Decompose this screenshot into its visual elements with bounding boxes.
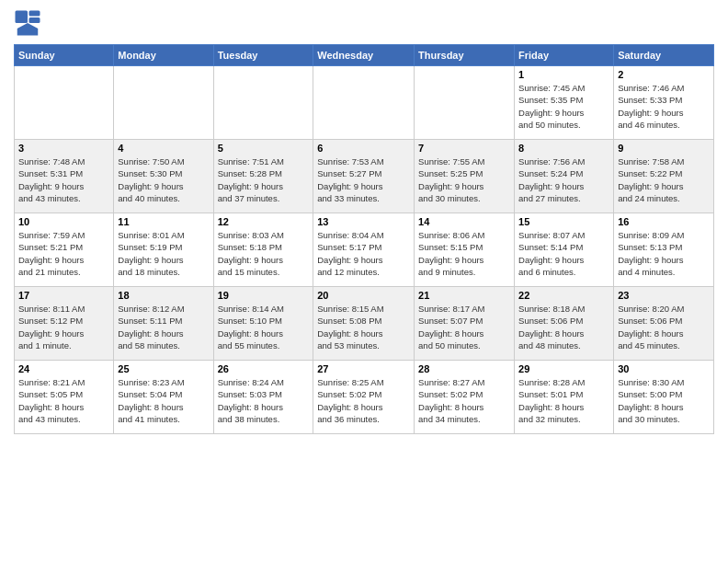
day-number: 5 xyxy=(218,143,310,154)
day-info: Sunrise: 7:55 AM Sunset: 5:25 PM Dayligh… xyxy=(418,155,510,204)
day-info: Sunrise: 7:50 AM Sunset: 5:30 PM Dayligh… xyxy=(118,155,209,204)
day-info: Sunrise: 8:04 AM Sunset: 5:17 PM Dayligh… xyxy=(317,229,410,278)
day-number: 23 xyxy=(618,290,710,301)
day-number: 1 xyxy=(518,69,609,80)
calendar-cell: 8Sunrise: 7:56 AM Sunset: 5:24 PM Daylig… xyxy=(515,140,614,213)
calendar-cell: 13Sunrise: 8:04 AM Sunset: 5:17 PM Dayli… xyxy=(313,213,415,287)
calendar-cell: 14Sunrise: 8:06 AM Sunset: 5:15 PM Dayli… xyxy=(415,213,515,287)
day-info: Sunrise: 7:46 AM Sunset: 5:33 PM Dayligh… xyxy=(618,82,710,131)
day-info: Sunrise: 8:03 AM Sunset: 5:18 PM Dayligh… xyxy=(218,229,310,278)
calendar-cell: 27Sunrise: 8:25 AM Sunset: 5:02 PM Dayli… xyxy=(313,361,415,434)
day-info: Sunrise: 8:17 AM Sunset: 5:07 PM Dayligh… xyxy=(418,303,510,351)
day-info: Sunrise: 8:28 AM Sunset: 5:01 PM Dayligh… xyxy=(518,376,609,425)
day-info: Sunrise: 8:09 AM Sunset: 5:13 PM Dayligh… xyxy=(618,229,710,278)
weekday-header: Thursday xyxy=(415,45,515,66)
day-number: 6 xyxy=(317,143,410,154)
day-number: 17 xyxy=(18,290,109,301)
logo-icon xyxy=(14,9,41,37)
calendar-header: SundayMondayTuesdayWednesdayThursdayFrid… xyxy=(15,45,714,66)
day-info: Sunrise: 7:45 AM Sunset: 5:35 PM Dayligh… xyxy=(518,82,609,131)
calendar-cell: 1Sunrise: 7:45 AM Sunset: 5:35 PM Daylig… xyxy=(515,66,614,140)
svg-marker-3 xyxy=(17,23,39,36)
calendar-cell xyxy=(114,66,213,140)
weekday-header: Sunday xyxy=(15,45,114,66)
day-number: 29 xyxy=(518,363,609,374)
day-info: Sunrise: 8:14 AM Sunset: 5:10 PM Dayligh… xyxy=(218,303,310,351)
day-info: Sunrise: 8:15 AM Sunset: 5:08 PM Dayligh… xyxy=(317,303,410,351)
calendar-cell: 16Sunrise: 8:09 AM Sunset: 5:13 PM Dayli… xyxy=(614,213,714,287)
day-number: 9 xyxy=(618,143,710,154)
svg-rect-2 xyxy=(29,17,40,23)
calendar-cell: 25Sunrise: 8:23 AM Sunset: 5:04 PM Dayli… xyxy=(114,361,213,434)
calendar-cell: 22Sunrise: 8:18 AM Sunset: 5:06 PM Dayli… xyxy=(515,287,614,361)
day-info: Sunrise: 7:59 AM Sunset: 5:21 PM Dayligh… xyxy=(18,229,109,278)
calendar-cell: 19Sunrise: 8:14 AM Sunset: 5:10 PM Dayli… xyxy=(213,287,313,361)
day-info: Sunrise: 8:21 AM Sunset: 5:05 PM Dayligh… xyxy=(18,376,109,425)
calendar-cell: 12Sunrise: 8:03 AM Sunset: 5:18 PM Dayli… xyxy=(213,213,313,287)
calendar-week: 10Sunrise: 7:59 AM Sunset: 5:21 PM Dayli… xyxy=(15,213,714,287)
day-number: 20 xyxy=(317,290,410,301)
svg-rect-1 xyxy=(29,11,40,17)
calendar-cell: 9Sunrise: 7:58 AM Sunset: 5:22 PM Daylig… xyxy=(614,140,714,213)
calendar-cell: 5Sunrise: 7:51 AM Sunset: 5:28 PM Daylig… xyxy=(213,140,313,213)
logo xyxy=(14,9,45,37)
calendar-week: 24Sunrise: 8:21 AM Sunset: 5:05 PM Dayli… xyxy=(15,361,714,434)
calendar-cell: 30Sunrise: 8:30 AM Sunset: 5:00 PM Dayli… xyxy=(614,361,714,434)
day-number: 15 xyxy=(518,216,609,227)
day-info: Sunrise: 8:30 AM Sunset: 5:00 PM Dayligh… xyxy=(618,376,710,425)
day-number: 11 xyxy=(118,216,209,227)
day-number: 22 xyxy=(518,290,609,301)
weekday-header: Friday xyxy=(515,45,614,66)
svg-rect-0 xyxy=(16,11,28,24)
day-info: Sunrise: 7:58 AM Sunset: 5:22 PM Dayligh… xyxy=(618,155,710,204)
day-info: Sunrise: 8:11 AM Sunset: 5:12 PM Dayligh… xyxy=(18,303,109,351)
day-info: Sunrise: 8:27 AM Sunset: 5:02 PM Dayligh… xyxy=(418,376,510,425)
calendar-cell xyxy=(313,66,415,140)
day-number: 26 xyxy=(218,363,310,374)
day-number: 24 xyxy=(18,363,109,374)
day-info: Sunrise: 8:12 AM Sunset: 5:11 PM Dayligh… xyxy=(118,303,209,351)
calendar-cell: 6Sunrise: 7:53 AM Sunset: 5:27 PM Daylig… xyxy=(313,140,415,213)
day-info: Sunrise: 7:48 AM Sunset: 5:31 PM Dayligh… xyxy=(18,155,109,204)
calendar-cell xyxy=(415,66,515,140)
day-info: Sunrise: 8:20 AM Sunset: 5:06 PM Dayligh… xyxy=(618,303,710,351)
calendar-cell: 28Sunrise: 8:27 AM Sunset: 5:02 PM Dayli… xyxy=(415,361,515,434)
day-number: 30 xyxy=(618,363,710,374)
weekday-header: Saturday xyxy=(614,45,714,66)
day-info: Sunrise: 8:18 AM Sunset: 5:06 PM Dayligh… xyxy=(518,303,609,351)
day-number: 3 xyxy=(18,143,109,154)
day-info: Sunrise: 7:53 AM Sunset: 5:27 PM Dayligh… xyxy=(317,155,410,204)
day-number: 25 xyxy=(118,363,209,374)
day-info: Sunrise: 8:24 AM Sunset: 5:03 PM Dayligh… xyxy=(218,376,310,425)
day-info: Sunrise: 8:06 AM Sunset: 5:15 PM Dayligh… xyxy=(418,229,510,278)
day-number: 13 xyxy=(317,216,410,227)
day-info: Sunrise: 7:51 AM Sunset: 5:28 PM Dayligh… xyxy=(218,155,310,204)
calendar-cell: 20Sunrise: 8:15 AM Sunset: 5:08 PM Dayli… xyxy=(313,287,415,361)
day-number: 12 xyxy=(218,216,310,227)
calendar-cell: 29Sunrise: 8:28 AM Sunset: 5:01 PM Dayli… xyxy=(515,361,614,434)
day-info: Sunrise: 8:23 AM Sunset: 5:04 PM Dayligh… xyxy=(118,376,209,425)
calendar: SundayMondayTuesdayWednesdayThursdayFrid… xyxy=(14,44,714,434)
calendar-cell xyxy=(15,66,114,140)
day-number: 7 xyxy=(418,143,510,154)
page: SundayMondayTuesdayWednesdayThursdayFrid… xyxy=(0,0,728,563)
day-number: 14 xyxy=(418,216,510,227)
calendar-cell: 26Sunrise: 8:24 AM Sunset: 5:03 PM Dayli… xyxy=(213,361,313,434)
weekday-row: SundayMondayTuesdayWednesdayThursdayFrid… xyxy=(15,45,714,66)
calendar-cell: 17Sunrise: 8:11 AM Sunset: 5:12 PM Dayli… xyxy=(15,287,114,361)
calendar-cell xyxy=(213,66,313,140)
calendar-cell: 18Sunrise: 8:12 AM Sunset: 5:11 PM Dayli… xyxy=(114,287,213,361)
day-number: 18 xyxy=(118,290,209,301)
day-number: 16 xyxy=(618,216,710,227)
day-number: 10 xyxy=(18,216,109,227)
day-info: Sunrise: 8:07 AM Sunset: 5:14 PM Dayligh… xyxy=(518,229,609,278)
day-number: 19 xyxy=(218,290,310,301)
calendar-body: 1Sunrise: 7:45 AM Sunset: 5:35 PM Daylig… xyxy=(15,66,714,434)
calendar-week: 17Sunrise: 8:11 AM Sunset: 5:12 PM Dayli… xyxy=(15,287,714,361)
calendar-cell: 11Sunrise: 8:01 AM Sunset: 5:19 PM Dayli… xyxy=(114,213,213,287)
calendar-cell: 3Sunrise: 7:48 AM Sunset: 5:31 PM Daylig… xyxy=(15,140,114,213)
calendar-cell: 7Sunrise: 7:55 AM Sunset: 5:25 PM Daylig… xyxy=(415,140,515,213)
calendar-week: 1Sunrise: 7:45 AM Sunset: 5:35 PM Daylig… xyxy=(15,66,714,140)
day-info: Sunrise: 7:56 AM Sunset: 5:24 PM Dayligh… xyxy=(518,155,609,204)
calendar-cell: 23Sunrise: 8:20 AM Sunset: 5:06 PM Dayli… xyxy=(614,287,714,361)
